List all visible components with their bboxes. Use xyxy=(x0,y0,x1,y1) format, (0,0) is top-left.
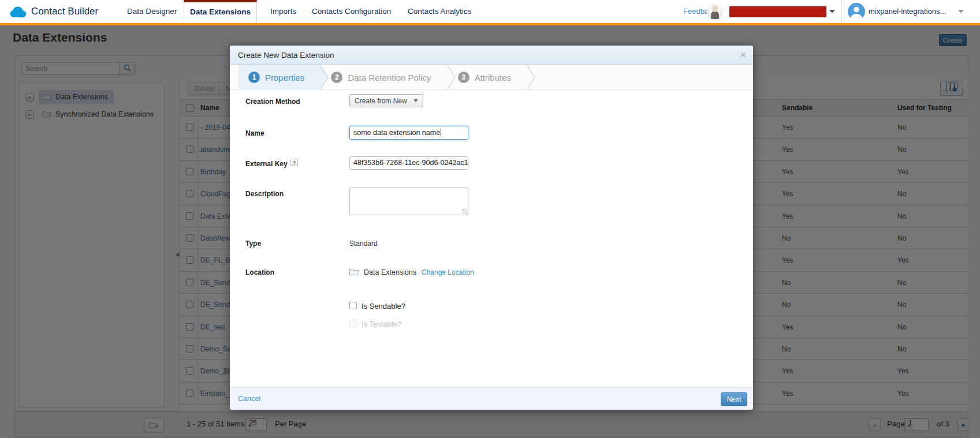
description-label: Description xyxy=(245,190,284,198)
step-label: Properties xyxy=(265,73,304,83)
caret-down-icon xyxy=(413,99,418,102)
cancel-link[interactable]: Cancel xyxy=(238,388,260,410)
cloud-logo-icon xyxy=(8,5,29,21)
account-name[interactable]: mixpanel-integrations... xyxy=(869,0,946,23)
help-icon[interactable]: ? xyxy=(290,159,298,166)
step-label: Data Retention Policy xyxy=(348,73,431,83)
step-attributes[interactable]: 3 Attributes xyxy=(448,65,527,90)
modal-titlebar: Create New Data Extension × xyxy=(230,46,753,65)
is-testable-checkbox xyxy=(349,320,357,327)
tab-contacts-analytics[interactable]: Contacts Analytics xyxy=(408,0,471,23)
user-avatar-icon[interactable] xyxy=(848,3,865,23)
step-number-badge: 1 xyxy=(248,72,260,83)
modal-footer: Cancel Next xyxy=(230,387,753,410)
top-nav: Contact Builder Data Designer Data Exten… xyxy=(0,0,980,25)
step-number-badge: 2 xyxy=(331,72,342,83)
external-key-input[interactable]: 48f353b6-7268-11ec-90d6-0242ac1200 xyxy=(349,156,468,170)
step-label: Attributes xyxy=(475,73,511,83)
caret-down-icon[interactable] xyxy=(958,10,964,13)
nav-divider xyxy=(841,0,842,23)
text-cursor xyxy=(441,129,441,136)
creation-method-dropdown[interactable]: Create from New xyxy=(349,94,423,107)
create-data-extension-modal: Create New Data Extension × 1 Properties… xyxy=(230,46,753,410)
external-key-value: 48f353b6-7268-11ec-90d6-0242ac1200 xyxy=(353,159,468,167)
app-name: Contact Builder xyxy=(31,0,98,23)
step-properties[interactable]: 1 Properties xyxy=(238,65,321,90)
tab-imports[interactable]: Imports xyxy=(270,0,296,23)
location-label: Location xyxy=(245,268,274,276)
type-label: Type xyxy=(245,239,261,248)
name-input-value: some data extension name xyxy=(353,129,440,137)
folder-icon xyxy=(349,267,359,278)
tab-contacts-configuration[interactable]: Contacts Configuration xyxy=(312,0,391,23)
tab-data-designer[interactable]: Data Designer xyxy=(127,0,177,23)
wizard-steps: 1 Properties 2 Data Retention Policy 3 A… xyxy=(230,65,753,90)
einstein-avatar[interactable] xyxy=(707,3,723,20)
external-key-label: External Key xyxy=(245,160,288,168)
description-textarea[interactable] xyxy=(349,188,468,215)
creation-method-label: Creation Method xyxy=(245,98,300,106)
next-button[interactable]: Next xyxy=(721,392,747,406)
change-location-link[interactable]: Change Location xyxy=(422,268,474,276)
is-sendable-label: Is Sendable? xyxy=(362,302,405,310)
redacted-account-badge xyxy=(729,6,826,17)
type-value: Standard xyxy=(349,239,378,248)
location-value: Data Extensions xyxy=(364,268,416,276)
name-input[interactable]: some data extension name xyxy=(349,126,468,140)
tab-data-extensions[interactable]: Data Extensions xyxy=(184,0,257,23)
name-label: Name xyxy=(245,129,264,137)
creation-method-value: Create from New xyxy=(350,97,413,105)
close-icon[interactable]: × xyxy=(740,48,746,61)
step-data-retention-policy[interactable]: 2 Data Retention Policy xyxy=(321,65,447,90)
is-sendable-checkbox[interactable] xyxy=(349,302,357,309)
step-number-badge: 3 xyxy=(458,72,469,83)
modal-title: Create New Data Extension xyxy=(238,46,334,65)
caret-down-icon[interactable] xyxy=(829,10,835,13)
is-testable-label: Is Testable? xyxy=(362,320,401,328)
screen: Contact Builder Data Designer Data Exten… xyxy=(0,0,980,438)
